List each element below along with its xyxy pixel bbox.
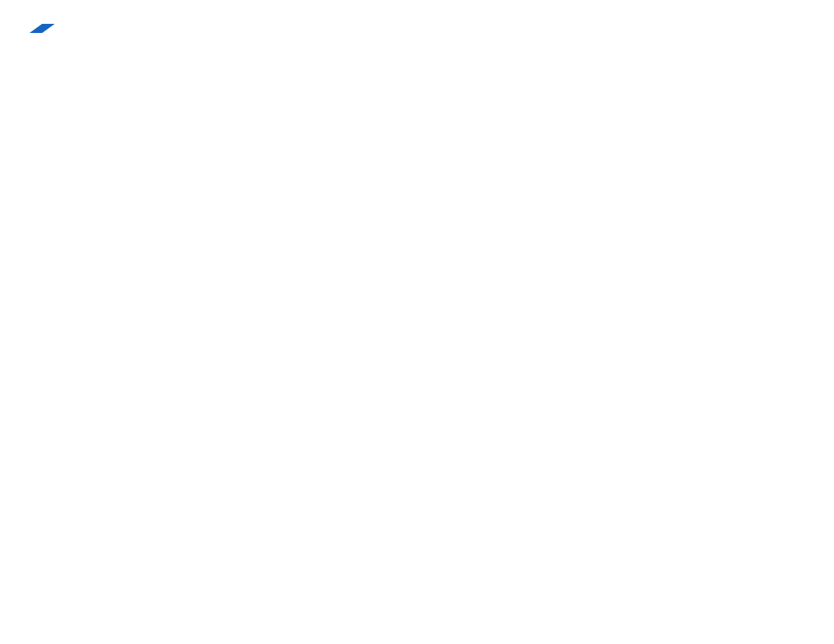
logo-icon: [28, 21, 55, 33]
logo: [28, 21, 55, 33]
page-header: [28, 21, 806, 33]
